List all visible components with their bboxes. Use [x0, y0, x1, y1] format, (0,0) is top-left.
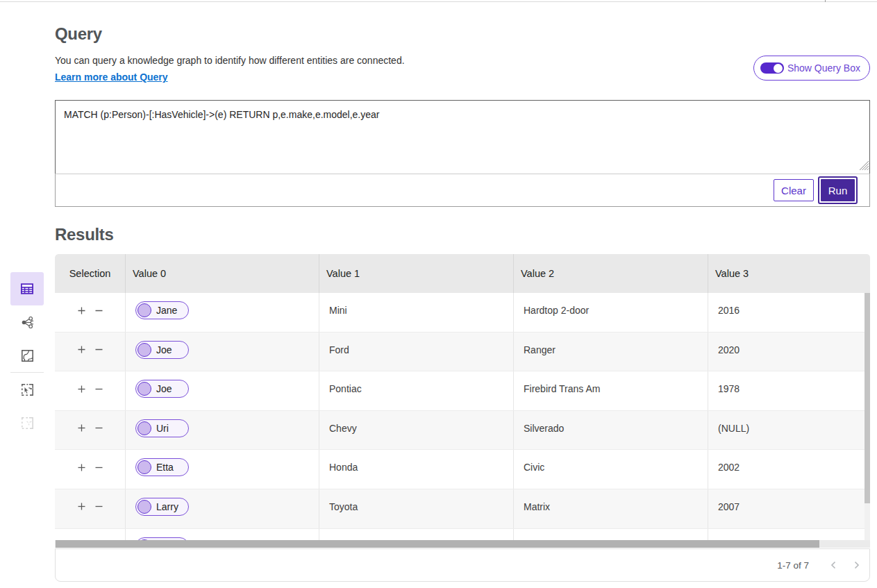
node-color-dot-icon — [137, 303, 151, 317]
minus-icon — [95, 385, 103, 393]
plus-icon — [78, 424, 85, 432]
remove-from-selection-button[interactable] — [95, 458, 103, 476]
top-divider — [0, 1, 877, 2]
sidebar-item-select-cursor[interactable] — [10, 373, 44, 406]
chevron-left-icon — [826, 557, 842, 573]
query-page: Query You can query a knowledge graph to… — [0, 0, 877, 588]
graph-view-icon — [22, 317, 33, 328]
marquee-icon — [22, 417, 33, 429]
minus-icon — [95, 424, 103, 432]
add-to-selection-button[interactable] — [78, 380, 85, 398]
plus-icon — [78, 503, 85, 510]
add-to-selection-button[interactable] — [78, 301, 85, 319]
table-row: UriChevySilverado(NULL) — [55, 411, 870, 451]
vertical-scrollbar-thumb[interactable] — [865, 293, 870, 503]
value1-cell: Toyota — [319, 489, 513, 528]
value0-cell: Etta — [125, 450, 319, 489]
selection-cell — [55, 529, 125, 540]
entity-badge[interactable]: Larry — [135, 498, 189, 516]
selection-cell — [55, 371, 125, 410]
top-divider-tick — [825, 0, 826, 2]
selection-cell — [55, 450, 125, 489]
entity-badge[interactable]: Jane — [135, 301, 189, 319]
results-table: SelectionValue 0Value 1Value 2Value 3 Ja… — [55, 254, 870, 540]
remove-from-selection-button[interactable] — [95, 380, 103, 398]
pagination-range-label: 1-7 of 7 — [777, 560, 809, 571]
add-to-selection-button[interactable] — [78, 419, 85, 437]
vertical-scrollbar[interactable] — [865, 293, 870, 540]
value3-cell: 2002 — [708, 450, 870, 489]
run-button[interactable]: Run — [821, 179, 855, 201]
plus-icon — [78, 346, 85, 353]
remove-from-selection-button[interactable] — [95, 419, 103, 437]
select-cursor-icon — [22, 384, 33, 396]
table-view-icon — [20, 282, 34, 296]
entity-name: Joe — [156, 341, 181, 359]
value1-cell: Pontiac — [319, 371, 513, 410]
value1-cell: Ford — [319, 333, 513, 371]
entity-name: Larry — [156, 498, 181, 516]
learn-more-link[interactable]: Learn more about Query — [55, 72, 168, 83]
horizontal-scrollbar-thumb[interactable] — [56, 540, 819, 548]
query-description: You can query a knowledge graph to ident… — [55, 55, 405, 66]
entity-name: Uri — [156, 419, 181, 437]
minus-icon — [95, 503, 103, 510]
sidebar-item-graph-view[interactable] — [10, 305, 44, 339]
value3-cell: 2007 — [708, 489, 870, 528]
previous-page-button[interactable] — [826, 557, 842, 573]
value2-cell — [513, 529, 708, 540]
value0-cell: Larry — [125, 489, 319, 528]
results-section-title: Results — [55, 225, 114, 244]
node-color-dot-icon — [137, 382, 151, 396]
add-to-selection-button[interactable] — [78, 458, 85, 476]
minus-icon — [95, 346, 103, 353]
entity-badge[interactable]: Uri — [135, 419, 189, 437]
horizontal-scrollbar[interactable] — [55, 540, 870, 548]
remove-from-selection-button[interactable] — [95, 301, 103, 319]
remove-from-selection-button[interactable] — [95, 341, 103, 359]
node-color-dot-icon — [137, 343, 151, 357]
node-color-dot-icon — [137, 460, 151, 474]
value3-cell: 2016 — [708, 293, 870, 332]
entity-badge[interactable]: Joe — [135, 341, 189, 359]
plus-icon — [78, 464, 85, 471]
entity-name: Joe — [156, 380, 181, 398]
map-view-icon — [22, 350, 33, 362]
chevron-right-icon — [848, 557, 865, 573]
results-table-header: SelectionValue 0Value 1Value 2Value 3 — [55, 254, 870, 293]
column-header-value-2: Value 2 — [513, 254, 708, 293]
query-section-title: Query — [55, 24, 102, 44]
add-to-selection-button[interactable] — [78, 341, 85, 359]
toggle-label: Show Query Box — [787, 62, 860, 74]
entity-badge[interactable]: Joe — [135, 380, 189, 398]
remove-from-selection-button[interactable] — [95, 498, 103, 516]
value3-cell: 2020 — [708, 333, 870, 371]
column-header-value-1: Value 1 — [319, 254, 513, 293]
show-query-box-toggle[interactable]: Show Query Box — [753, 56, 870, 81]
value3-cell — [708, 529, 870, 540]
value3-cell: 1978 — [708, 371, 870, 410]
column-header-selection: Selection — [55, 254, 125, 293]
table-row: EttaHondaCivic2002 — [55, 450, 870, 489]
sidebar-item-map-view[interactable] — [10, 339, 44, 372]
value0-cell: Joe — [125, 333, 319, 371]
sidebar-item-table-view[interactable] — [10, 272, 44, 305]
value2-cell: Ranger — [513, 333, 708, 371]
sidebar-item-marquee — [10, 406, 44, 439]
plus-icon — [78, 385, 85, 393]
add-to-selection-button[interactable] — [78, 498, 85, 516]
entity-badge[interactable]: Etta — [135, 458, 189, 476]
query-editor-textarea[interactable] — [55, 100, 870, 174]
next-page-button[interactable] — [848, 557, 865, 573]
column-header-value-0: Value 0 — [125, 254, 319, 293]
textarea-resize-grip[interactable] — [859, 160, 869, 171]
minus-icon — [95, 464, 103, 471]
clear-button[interactable]: Clear — [774, 179, 814, 201]
plus-icon — [78, 307, 85, 314]
selection-cell — [55, 333, 125, 371]
toggle-switch-on[interactable] — [760, 62, 784, 74]
value1-cell: Honda — [319, 450, 513, 489]
value0-cell — [125, 529, 319, 540]
minus-icon — [95, 307, 103, 314]
selection-cell — [55, 489, 125, 528]
